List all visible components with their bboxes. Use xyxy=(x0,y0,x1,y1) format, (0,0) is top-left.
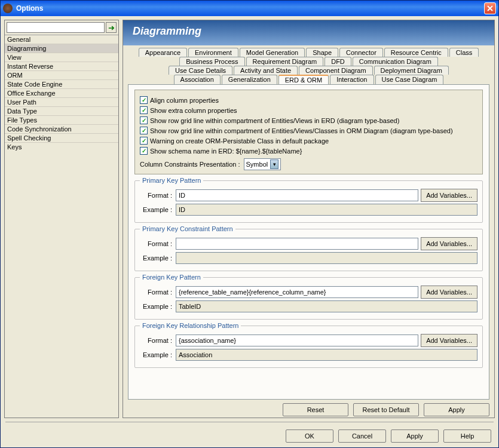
tab-activity-and-state[interactable]: Activity and State xyxy=(234,66,298,75)
example-row: Example : xyxy=(140,252,477,264)
checkbox-section: ✓Align column properties✓Show extra colu… xyxy=(134,90,483,174)
footer-separator xyxy=(5,422,494,422)
tab-interaction[interactable]: Interaction xyxy=(330,75,374,84)
add-variables-button[interactable]: Add Variables... xyxy=(421,237,477,250)
tab-row-4: AssociationGeneralizationERD & ORMIntera… xyxy=(128,75,489,84)
sidebar-item-instant-reverse[interactable]: Instant Reverse xyxy=(5,62,118,70)
sidebar-item-state-code-engine[interactable]: State Code Engine xyxy=(5,79,118,88)
search-go-button[interactable]: ➜ xyxy=(106,22,117,33)
format-input[interactable] xyxy=(176,189,418,201)
format-row: Format :Add Variables... xyxy=(140,189,477,202)
panel-button-row: Reset Reset to Default Apply xyxy=(123,402,494,418)
checkbox[interactable]: ✓ xyxy=(140,106,148,114)
fieldset-title: Foreign Key Relationship Pattern xyxy=(140,322,241,329)
tab-communication-diagram[interactable]: Communication Diagram xyxy=(353,57,438,66)
sidebar: ➜ GeneralDiagrammingViewInstant ReverseO… xyxy=(4,20,119,418)
tab-environment[interactable]: Environment xyxy=(188,48,238,57)
tab-shape[interactable]: Shape xyxy=(306,48,338,57)
sidebar-item-general[interactable]: General xyxy=(5,35,118,44)
fieldset-primary-key-pattern: Primary Key PatternFormat :Add Variables… xyxy=(134,180,483,223)
tab-association[interactable]: Association xyxy=(174,75,221,84)
search-input[interactable] xyxy=(7,22,105,33)
tab-erd-orm[interactable]: ERD & ORM xyxy=(278,75,329,84)
check-row: ✓Show extra column properties xyxy=(140,106,477,114)
sidebar-item-user-path[interactable]: User Path xyxy=(5,97,118,106)
format-row: Format :Add Variables... xyxy=(140,237,477,250)
example-label: Example : xyxy=(140,254,173,262)
check-row: ✓Show row grid line within compartment o… xyxy=(140,116,477,124)
checkbox[interactable]: ✓ xyxy=(140,137,148,145)
checkbox-label: Show schema name in ERD: ${name}.${table… xyxy=(150,148,302,155)
tab-requirement-diagram[interactable]: Requirement Diagram xyxy=(246,57,324,66)
close-button[interactable] xyxy=(484,2,496,14)
add-variables-button[interactable]: Add Variables... xyxy=(421,189,477,202)
apply-panel-button[interactable]: Apply xyxy=(424,403,489,416)
checkbox[interactable]: ✓ xyxy=(140,116,148,124)
sidebar-item-spell-checking[interactable]: Spell Checking xyxy=(5,133,118,142)
format-row: Format :Add Variables... xyxy=(140,334,477,347)
tab-row-3: Use Case DetailsActivity and StateCompon… xyxy=(128,66,489,75)
tab-class[interactable]: Class xyxy=(449,48,479,57)
tab-model-generation[interactable]: Model Generation xyxy=(240,48,305,57)
sidebar-item-diagramming[interactable]: Diagramming xyxy=(5,44,118,53)
sidebar-search: ➜ xyxy=(5,20,118,35)
tab-appearance[interactable]: Appearance xyxy=(139,48,187,57)
tab-connector[interactable]: Connector xyxy=(339,48,383,57)
sidebar-item-code-synchronization[interactable]: Code Synchronization xyxy=(5,124,118,133)
fieldset-title: Foreign Key Pattern xyxy=(140,274,203,281)
tab-use-case-details[interactable]: Use Case Details xyxy=(169,66,232,75)
add-variables-button[interactable]: Add Variables... xyxy=(421,334,477,347)
sidebar-list: GeneralDiagrammingViewInstant ReverseORM… xyxy=(5,35,118,418)
format-input[interactable] xyxy=(176,238,418,250)
constraints-dropdown[interactable]: Symbol ▾ xyxy=(244,158,281,170)
checkbox[interactable]: ✓ xyxy=(140,127,148,134)
tab-component-diagram[interactable]: Component Diagram xyxy=(299,66,373,75)
add-variables-button[interactable]: Add Variables... xyxy=(421,286,477,299)
tab-deployment-diagram[interactable]: Deployment Diagram xyxy=(374,66,449,75)
checkbox-label: Show extra column properties xyxy=(150,107,237,114)
reset-button[interactable]: Reset xyxy=(283,403,348,416)
example-label: Example : xyxy=(140,351,173,358)
checkbox[interactable]: ✓ xyxy=(140,147,148,155)
tab-area: AppearanceEnvironmentModel GenerationSha… xyxy=(123,45,494,84)
format-label: Format : xyxy=(140,192,173,199)
example-row: Example : xyxy=(140,300,477,312)
format-input[interactable] xyxy=(176,286,418,298)
constraints-row: Column Constraints Presentation : Symbol… xyxy=(140,158,477,170)
panel-scroll[interactable]: ✓Align column properties✓Show extra colu… xyxy=(128,85,489,399)
example-row: Example : xyxy=(140,349,477,361)
panel-body: ✓Align column properties✓Show extra colu… xyxy=(128,84,489,400)
checkbox[interactable]: ✓ xyxy=(140,96,148,104)
tab-generalization[interactable]: Generalization xyxy=(222,75,277,84)
help-button[interactable]: Help xyxy=(443,429,491,443)
sidebar-item-orm[interactable]: ORM xyxy=(5,70,118,79)
chevron-down-icon: ▾ xyxy=(270,159,278,169)
fieldset-title: Primary Key Pattern xyxy=(140,177,203,184)
checkbox-label: Show row grid line within compartment of… xyxy=(150,117,399,124)
tab-business-process[interactable]: Business Process xyxy=(179,57,244,66)
tab-resource-centric[interactable]: Resource Centric xyxy=(384,48,448,57)
reset-default-button[interactable]: Reset to Default xyxy=(353,403,419,416)
close-icon xyxy=(487,5,493,11)
apply-button[interactable]: Apply xyxy=(391,429,439,443)
sidebar-item-keys[interactable]: Keys xyxy=(5,142,118,151)
banner: Diagramming xyxy=(123,20,494,45)
example-output xyxy=(176,252,477,264)
cancel-button[interactable]: Cancel xyxy=(338,429,386,443)
check-row: ✓Align column properties xyxy=(140,96,477,104)
tab-use-case-diagram[interactable]: Use Case Diagram xyxy=(375,75,444,84)
sidebar-item-view[interactable]: View xyxy=(5,53,118,62)
tab-dfd[interactable]: DFD xyxy=(324,57,351,66)
ok-button[interactable]: OK xyxy=(286,429,333,443)
constraints-label: Column Constraints Presentation : xyxy=(140,161,240,168)
sidebar-item-file-types[interactable]: File Types xyxy=(5,115,118,124)
format-label: Format : xyxy=(140,240,173,247)
format-input[interactable] xyxy=(176,335,418,346)
sidebar-item-data-type[interactable]: Data Type xyxy=(5,106,118,115)
options-window: Options ➜ GeneralDiagrammingViewInstant … xyxy=(0,0,499,448)
tab-row-2: Business ProcessRequirement DiagramDFDCo… xyxy=(128,57,489,66)
checkbox-label: Show row grid line within compartment of… xyxy=(150,127,453,134)
app-icon xyxy=(3,4,13,13)
fieldset-foreign-key-pattern: Foreign Key PatternFormat :Add Variables… xyxy=(134,277,483,320)
sidebar-item-office-exchange[interactable]: Office Exchange xyxy=(5,88,118,97)
